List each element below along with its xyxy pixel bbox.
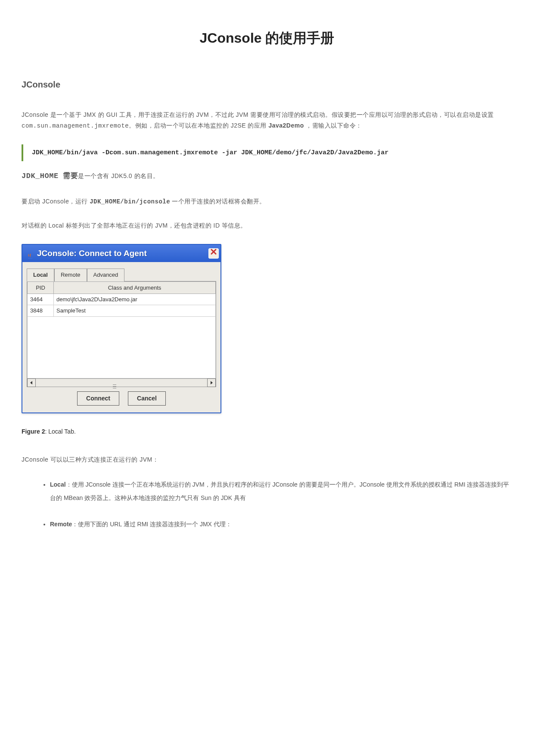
- cell-pid: 3848: [28, 305, 54, 316]
- java-icon: [27, 250, 34, 257]
- col-args[interactable]: Class and Arguments: [54, 281, 216, 294]
- figure-label: Figure 2: [22, 428, 45, 435]
- dialog-button-row: Connect Cancel: [27, 387, 216, 407]
- dialog-title: JConsole: Connect to Agent: [37, 246, 147, 261]
- intro-paragraph: JConsole 是一个基于 JMX 的 GUI 工具，用于连接正在运行的 JV…: [22, 109, 512, 131]
- connection-intro: JConsole 可以以三种方式连接正在运行的 JVM：: [22, 454, 512, 465]
- jdkhome-label: JDK_HOME 需要: [22, 172, 78, 180]
- table-row[interactable]: 3848 SampleTest: [28, 305, 216, 316]
- list-item: Remote：使用下面的 URL 通过 RMI 连接器连接到一个 JMX 代理：: [50, 518, 512, 531]
- connect-button[interactable]: Connect: [77, 391, 119, 406]
- intro-mono: com.sun.management.jmxremote: [22, 122, 129, 129]
- tab-advanced[interactable]: Advanced: [87, 269, 125, 281]
- connection-list: Local：使用 JConsole 连接一个正在本地系统运行的 JVM，并且执行…: [22, 478, 512, 531]
- tab-local[interactable]: Local: [27, 269, 54, 281]
- page-title: JConsole 的使用手册: [22, 26, 512, 51]
- run-cmd: JDK_HOME/bin/jconsole: [90, 198, 170, 205]
- dialog-body: Local Remote Advanced PID Class and Argu…: [22, 262, 220, 412]
- dialog-titlebar: JConsole: Connect to Agent: [22, 245, 220, 262]
- figure-caption: Figure 2: Local Tab.: [22, 426, 512, 437]
- svg-marker-1: [211, 381, 213, 384]
- svg-marker-0: [30, 381, 32, 384]
- cell-args: demo\jfc\Java2D\Java2Demo.jar: [54, 294, 216, 305]
- process-table: PID Class and Arguments 3464 demo\jfc\Ja…: [27, 281, 216, 379]
- col-pid[interactable]: PID: [28, 281, 54, 294]
- triangle-left-icon: [30, 381, 33, 384]
- run-text-a: 要启动 JConsole，运行: [22, 198, 90, 205]
- intro-text-a: JConsole 是一个基于 JMX 的 GUI 工具，用于连接正在运行的 JV…: [22, 111, 494, 118]
- bullet-local-text: ：使用 JConsole 连接一个正在本地系统运行的 JVM，并且执行程序的和运…: [50, 481, 509, 501]
- section-heading: JConsole: [22, 77, 512, 92]
- horizontal-scrollbar[interactable]: [27, 379, 216, 387]
- jdkhome-text: 是一个含有 JDK5.0 的名目。: [78, 172, 159, 179]
- run-line: 要启动 JConsole，运行 JDK_HOME/bin/jconsole 一个…: [22, 196, 512, 207]
- figure-text: : Local Tab.: [45, 428, 75, 435]
- list-item: Local：使用 JConsole 连接一个正在本地系统运行的 JVM，并且执行…: [50, 478, 512, 505]
- table-row[interactable]: 3464 demo\jfc\Java2D\Java2Demo.jar: [28, 294, 216, 305]
- intro-bold: Java2Demo: [268, 122, 304, 129]
- cancel-button[interactable]: Cancel: [128, 391, 166, 406]
- bullet-local-label: Local: [50, 481, 66, 488]
- run-text-c: 一个用于连接的对话框将会翻开。: [170, 198, 266, 205]
- cell-args: SampleTest: [54, 305, 216, 316]
- dialog-title-wrap: JConsole: Connect to Agent: [27, 246, 147, 261]
- cell-pid: 3464: [28, 294, 54, 305]
- jdkhome-line: JDK_HOME 需要是一个含有 JDK5.0 的名目。: [22, 170, 512, 183]
- localtab-text: 对话框的 Local 标签列出了全部本地正在运行的 JVM，还包含进程的 ID …: [22, 220, 512, 231]
- connect-dialog: JConsole: Connect to Agent Local Remote …: [22, 244, 221, 413]
- tab-remote[interactable]: Remote: [54, 269, 87, 281]
- close-button[interactable]: [208, 248, 219, 259]
- bullet-remote-text: ：使用下面的 URL 通过 RMI 连接器连接到一个 JMX 代理：: [72, 521, 232, 528]
- intro-text-b: 。例如，启动一个可以在本地监控的 J2SE 的应用: [129, 122, 268, 129]
- intro-text-c: ，需输入以下命令：: [304, 122, 362, 129]
- scroll-left-button[interactable]: [27, 378, 36, 387]
- table-empty-area: [28, 316, 216, 378]
- tabbar: Local Remote Advanced: [27, 268, 216, 281]
- triangle-right-icon: [210, 381, 213, 384]
- bullet-remote-label: Remote: [50, 521, 72, 528]
- close-icon: [210, 248, 217, 259]
- scroll-right-button[interactable]: [207, 378, 216, 387]
- command-block: JDK_HOME/bin/java -Dcom.sun.management.j…: [22, 144, 512, 161]
